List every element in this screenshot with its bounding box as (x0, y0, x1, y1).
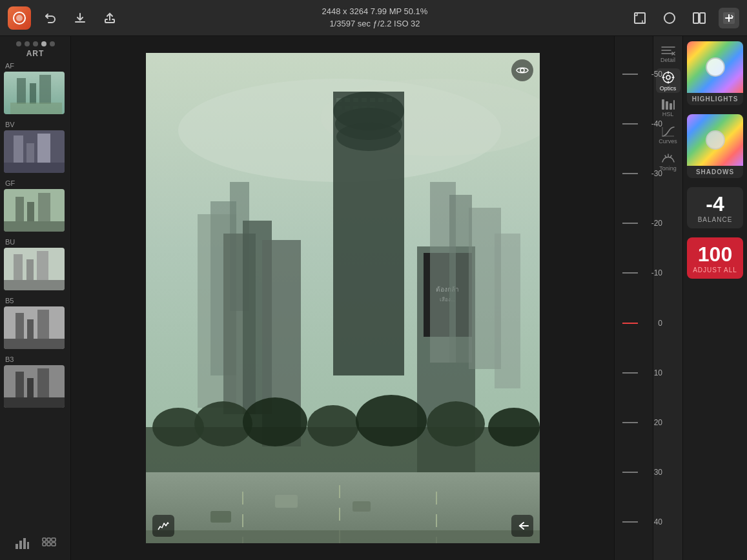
svg-rect-19 (27, 202, 34, 221)
top-bar-right (629, 8, 739, 28)
adjust-all-number: 100 (692, 243, 738, 266)
tool-detail-label: Detail (660, 57, 675, 63)
svg-point-96 (520, 68, 524, 72)
undo-button[interactable] (40, 8, 61, 28)
svg-point-68 (336, 123, 401, 151)
svg-line-111 (670, 155, 671, 157)
slider-row-zero: 0 (615, 315, 653, 332)
slider-row-minus10: -10 (615, 265, 653, 281)
svg-rect-13 (14, 135, 23, 163)
balance-label: BALANCE (692, 216, 738, 223)
active-mode-button[interactable] (719, 8, 739, 28)
right-area: -50 -40 -30 -20 -10 (614, 36, 747, 560)
slider-row-30: 30 (615, 464, 653, 481)
slider-value-2: -40 (643, 119, 662, 128)
histogram-icon-btn[interactable] (12, 533, 32, 554)
dot-2 (25, 41, 30, 46)
bottom-icons (0, 526, 70, 560)
histogram-overlay-btn[interactable] (152, 515, 174, 537)
svg-rect-5 (700, 13, 705, 23)
circle-button[interactable] (659, 8, 680, 28)
svg-rect-23 (14, 254, 23, 280)
shadows-card[interactable]: SHADOWS (687, 114, 743, 178)
tool-hsl[interactable]: HSL (656, 95, 680, 120)
svg-rect-94 (210, 511, 231, 523)
svg-point-87 (488, 408, 540, 446)
svg-line-110 (665, 155, 666, 157)
svg-rect-104 (666, 101, 668, 110)
slider-value-5: -10 (643, 268, 662, 277)
slider-line-3 (622, 173, 638, 174)
tool-optics-label: Optics (660, 86, 677, 92)
slider-line-5 (622, 272, 638, 274)
slider-row-minus40: -40 (615, 115, 653, 132)
adjust-all-card[interactable]: 100 ADJUST ALL (687, 237, 743, 279)
slider-value-4: -20 (643, 219, 662, 228)
filter-item-gf[interactable]: GF (4, 179, 67, 232)
svg-rect-40 (27, 542, 29, 549)
svg-rect-39 (23, 538, 26, 549)
svg-rect-38 (19, 541, 22, 549)
svg-rect-26 (4, 280, 65, 290)
tool-detail[interactable]: Detail (656, 41, 680, 66)
svg-rect-20 (38, 193, 50, 221)
svg-rect-30 (37, 310, 49, 339)
svg-point-86 (427, 401, 485, 446)
filter-items: AF (0, 62, 70, 526)
grid-icon-btn[interactable] (39, 533, 59, 554)
main-content: ART AF (0, 36, 747, 560)
svg-rect-4 (693, 13, 699, 23)
slider-value-8: 20 (643, 418, 662, 427)
svg-rect-105 (670, 103, 672, 110)
svg-rect-31 (4, 339, 65, 349)
filter-category-label: ART (0, 49, 70, 62)
svg-point-83 (243, 397, 307, 446)
slider-line-1 (622, 74, 638, 75)
center-panel: ต้องกล้า เสือง... (71, 36, 614, 560)
back-arrow-btn[interactable] (511, 515, 533, 537)
main-image: ต้องกล้า เสือง... (146, 53, 540, 543)
share-button[interactable] (99, 8, 120, 28)
app-icon[interactable] (8, 6, 31, 30)
svg-rect-11 (10, 103, 62, 114)
slider-row-10: 10 (615, 365, 653, 381)
slider-row-20: 20 (615, 414, 653, 431)
filter-item-b5[interactable]: B5 (4, 297, 67, 349)
svg-rect-95 (146, 530, 540, 543)
svg-rect-15 (37, 134, 50, 163)
highlights-label: HIGHLIGHTS (687, 93, 743, 105)
svg-rect-2 (635, 13, 645, 23)
slider-value-1: -50 (643, 70, 662, 79)
filter-item-bv[interactable]: BV (4, 121, 67, 173)
dot-1 (16, 41, 21, 46)
svg-rect-21 (4, 221, 65, 232)
crop-button[interactable] (629, 8, 650, 28)
highlights-card[interactable]: HIGHLIGHTS (687, 41, 743, 105)
svg-rect-36 (4, 397, 65, 408)
balance-card[interactable]: -4 BALANCE (687, 187, 743, 228)
svg-rect-33 (15, 372, 24, 397)
filter-item-bu[interactable]: BU (4, 238, 67, 290)
svg-rect-79 (495, 234, 520, 388)
svg-rect-103 (662, 99, 664, 110)
svg-point-84 (307, 405, 359, 446)
svg-rect-9 (30, 83, 36, 104)
toning-cards-panel: HIGHLIGHTS SHADOWS -4 BALANCE 100 ADJUST… (682, 36, 747, 560)
svg-rect-45 (47, 543, 50, 546)
filter-item-af[interactable]: AF (4, 62, 67, 114)
panel-button[interactable] (689, 8, 710, 28)
top-bar-center: 2448 x 3264 7.99 MP 50.1% 1/3597 sec ƒ/2… (322, 6, 428, 29)
download-button[interactable] (70, 8, 90, 28)
slider-row-minus50: -50 (615, 66, 653, 83)
svg-rect-16 (4, 163, 65, 173)
shadows-label: SHADOWS (687, 166, 743, 178)
highlights-color-picker[interactable] (706, 57, 725, 77)
shadows-color-picker[interactable] (706, 130, 725, 150)
eye-button[interactable] (511, 59, 533, 81)
svg-point-1 (16, 15, 23, 21)
dot-3 (33, 41, 38, 46)
filter-item-b3[interactable]: B3 (4, 355, 67, 408)
slider-value-3: -30 (643, 169, 662, 178)
balance-number: -4 (692, 192, 738, 216)
meta-line1: 2448 x 3264 7.99 MP 50.1% (322, 6, 428, 17)
